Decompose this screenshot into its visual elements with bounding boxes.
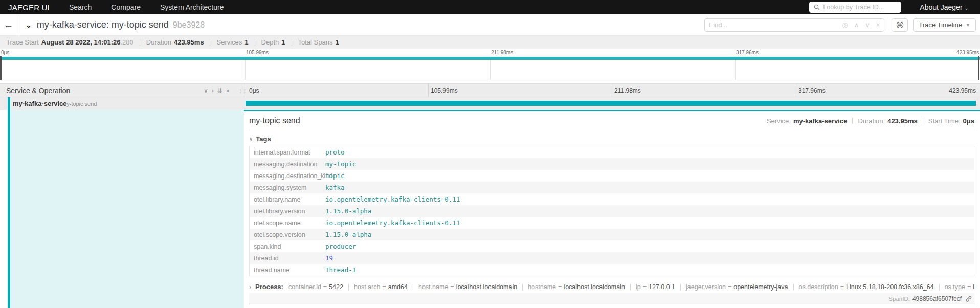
tag-key: messaging.destination_kind: [250, 172, 325, 180]
trace-title: my-kafka-service: my-topic send: [37, 19, 169, 30]
collapse-trace-chevron-icon[interactable]: ⌄: [26, 21, 32, 29]
expand-all-icon[interactable]: »: [226, 87, 230, 94]
detail-title-row: my-topic send Service: my-kafka-service …: [249, 116, 974, 125]
tag-key: otel.library.version: [250, 208, 325, 215]
process-key: os.type: [945, 283, 965, 291]
divider: [210, 39, 210, 46]
tag-key: span.kind: [250, 243, 325, 250]
trace-minimap[interactable]: [0, 56, 980, 80]
trace-start-ms: .280: [120, 38, 133, 46]
find-input[interactable]: [709, 21, 836, 29]
minimap-tick-0: 0μs: [1, 50, 9, 55]
table-row: internal.span.formatproto: [250, 146, 974, 158]
nav-system-architecture[interactable]: System Architecture: [160, 3, 224, 11]
focus-match-icon[interactable]: ◎: [842, 21, 848, 29]
process-item: hostname=localhost.localdomain: [528, 283, 625, 291]
nav-right-group: About Jaeger⌄: [809, 2, 980, 13]
collapse-deep-icon[interactable]: ⇊: [217, 87, 222, 94]
expand-one-icon[interactable]: ›: [212, 87, 214, 94]
process-label[interactable]: Process:: [255, 283, 283, 291]
tag-key: messaging.system: [250, 184, 325, 191]
tag-value: my-topic: [325, 160, 356, 168]
equals-sign: =: [450, 283, 454, 291]
tags-table: internal.span.formatproto messaging.dest…: [249, 146, 974, 276]
table-row: thread.id19: [250, 252, 974, 264]
nav-search[interactable]: Search: [69, 3, 92, 11]
process-key: hostname: [528, 283, 556, 291]
tag-key: thread.id: [250, 255, 325, 262]
process-key: os.description: [799, 283, 838, 291]
trace-view-select[interactable]: Trace Timeline ▼: [913, 18, 976, 32]
next-match-icon[interactable]: ∨: [865, 21, 870, 29]
span-duration-bar[interactable]: [246, 101, 976, 106]
tag-value: io.opentelemetry.kafka-clients-0.11: [325, 195, 460, 203]
process-item: host.name=localhost.localdomain: [418, 283, 517, 291]
app-brand[interactable]: JAEGER UI: [8, 3, 50, 12]
trace-id-search[interactable]: [809, 2, 901, 13]
about-jaeger-label: About Jaeger: [920, 3, 962, 11]
process-item: host.arch=amd64: [354, 283, 408, 291]
process-item: os.type=linux: [945, 283, 974, 291]
timeline-tick-2: 211.98ms: [614, 87, 641, 94]
back-arrow-icon: ←: [4, 19, 13, 31]
tag-key: otel.scope.version: [250, 231, 325, 238]
prev-match-icon[interactable]: ∧: [854, 21, 859, 29]
divider: [923, 118, 923, 124]
tag-key: messaging.destination: [250, 161, 325, 168]
clear-find-icon[interactable]: ×: [876, 21, 880, 29]
table-row: otel.scope.nameio.opentelemetry.kafka-cl…: [250, 217, 974, 229]
trace-start-value: August 28 2022, 14:01:26: [41, 38, 121, 46]
tag-key: otel.library.name: [250, 196, 325, 203]
back-button[interactable]: ←: [0, 14, 17, 36]
table-row: otel.library.nameio.opentelemetry.kafka-…: [250, 193, 974, 205]
process-key: host.arch: [354, 283, 380, 291]
timeline-tick-4: 423.95ms: [949, 87, 976, 94]
column-resize-handle[interactable]: ⋮⋮: [238, 88, 247, 93]
divider: [939, 284, 940, 290]
trace-id-input[interactable]: [823, 4, 897, 11]
tags-section-toggle[interactable]: ∨ Tags: [249, 135, 974, 143]
services-value: 1: [244, 38, 248, 46]
equals-sign: =: [323, 283, 327, 291]
collapse-all-icon[interactable]: ∨: [204, 87, 208, 94]
nav-compare[interactable]: Compare: [111, 3, 141, 11]
table-row: otel.scope.version1.15.0-alpha: [250, 229, 974, 240]
find-box: ◎ ∧ ∨ ×: [704, 18, 884, 32]
equals-sign: =: [967, 283, 971, 291]
detail-footer: SpanID: 498856af6507fecf: [249, 293, 974, 304]
tag-value: 19: [325, 254, 333, 262]
tag-value: kafka: [325, 184, 345, 191]
table-row: otel.library.version1.15.0-alpha: [250, 205, 974, 217]
minimap-gridline: [245, 56, 246, 80]
span-detail-card: my-topic send Service: my-kafka-service …: [244, 110, 980, 304]
tag-value: proto: [325, 148, 345, 156]
deep-link-icon[interactable]: [965, 295, 972, 302]
detail-span-title: my-topic send: [249, 116, 300, 125]
search-icon: [814, 4, 820, 10]
process-value: 5422: [329, 283, 343, 291]
tag-value: 1.15.0-alpha: [325, 231, 371, 238]
minimap-tick-2: 211.98ms: [491, 50, 513, 55]
span-row[interactable]: my-kafka-service my-topic send: [0, 97, 980, 110]
tags-section-label: Tags: [256, 135, 271, 143]
minimap-right-scrubber[interactable]: [978, 56, 979, 80]
process-key: host.name: [418, 283, 448, 291]
span-id-label: SpanID:: [888, 296, 910, 302]
about-jaeger-menu[interactable]: About Jaeger⌄: [920, 3, 969, 11]
process-item: ip=127.0.0.1: [636, 283, 675, 291]
divider: [292, 39, 292, 46]
chevron-right-icon[interactable]: ›: [249, 283, 251, 291]
keyboard-shortcuts-button[interactable]: ⌘: [892, 18, 908, 32]
process-key: ip: [636, 283, 641, 291]
chevron-down-icon: ⌄: [965, 5, 969, 11]
trace-summary-bar: Trace Start August 28 2022, 14:01:26.280…: [0, 36, 980, 49]
divider: [348, 284, 349, 290]
minimap-tick-4: 423.95ms: [956, 50, 979, 55]
process-value: linux: [973, 283, 974, 291]
minimap-left-scrubber[interactable]: [0, 56, 2, 80]
minimap-gridline: [490, 56, 491, 80]
total-spans-value: 1: [335, 38, 339, 46]
span-operation-name: my-topic send: [62, 101, 97, 107]
span-service-name[interactable]: my-kafka-service: [13, 100, 67, 107]
meta-service-label: Service:: [767, 117, 791, 125]
